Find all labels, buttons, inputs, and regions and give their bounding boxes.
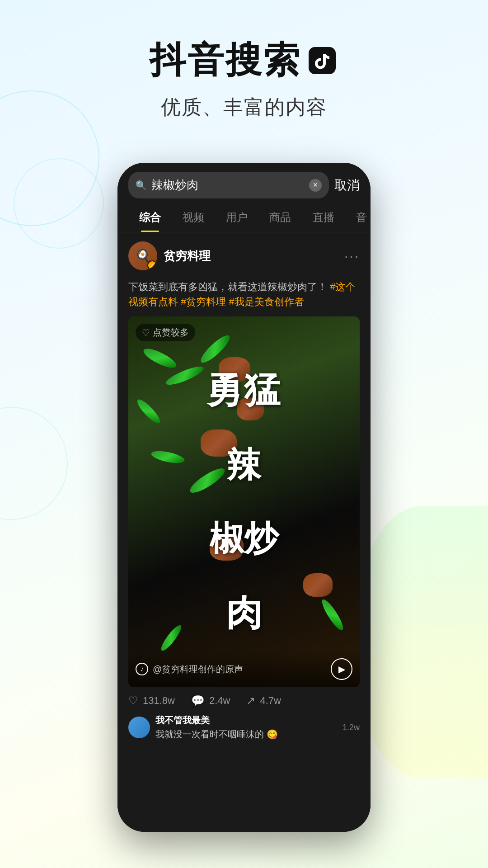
svg-rect-0 <box>309 47 336 74</box>
header-section: 抖音搜索 优质、丰富的内容 <box>0 0 488 139</box>
comment-stat-icon: 💬 <box>191 694 205 707</box>
tab-用户[interactable]: 用户 <box>215 203 258 232</box>
subtitle-text: 优质、丰富的内容 <box>0 94 488 121</box>
shares-count: 4.7w <box>260 695 281 707</box>
cancel-search-button[interactable]: 取消 <box>334 177 360 194</box>
play-button[interactable]: ▶ <box>331 658 352 680</box>
bg-decoration-3 <box>0 407 68 520</box>
comment-text: 我就没一次看时不咽唾沫的 😋 <box>155 728 337 741</box>
likes-badge: ♡ 点赞较多 <box>136 324 195 341</box>
search-query-text: 辣椒炒肉 <box>151 177 305 193</box>
heart-icon: ♡ <box>142 327 150 338</box>
comment-likes: 1.2w <box>343 723 360 732</box>
video-bottom-bar: ♪ @贫穷料理创作的原声 ▶ <box>128 651 360 687</box>
post-header: 🍳 ✓ 贫穷料理 ··· <box>117 232 371 279</box>
heart-stat-icon: ♡ <box>128 694 138 707</box>
phone-screen: 🔍 辣椒炒肉 × 取消 综合 视频 用户 商品 直播 音 <box>117 163 371 832</box>
tab-综合[interactable]: 综合 <box>128 203 172 232</box>
content-area: 🍳 ✓ 贫穷料理 ··· 下饭菜到底有多凶猛，就看这道辣椒炒肉了！ #这个视频有… <box>117 232 371 832</box>
search-input-container[interactable]: 🔍 辣椒炒肉 × <box>128 172 329 198</box>
comments-count: 2.4w <box>209 695 230 707</box>
comment-avatar <box>128 717 150 738</box>
likes-stat[interactable]: ♡ 131.8w <box>128 694 175 707</box>
bg-decoration-2 <box>14 158 104 249</box>
tab-商品[interactable]: 商品 <box>258 203 302 232</box>
tab-视频[interactable]: 视频 <box>172 203 215 232</box>
username-text[interactable]: 贫穷料理 <box>164 248 338 264</box>
user-avatar[interactable]: 🍳 ✓ <box>128 241 157 270</box>
share-stat-icon: ↗ <box>246 694 255 707</box>
likes-badge-text: 点赞较多 <box>153 326 189 339</box>
stats-bar: ♡ 131.8w 💬 2.4w ↗ 4.7w <box>117 687 371 714</box>
likes-count: 131.8w <box>143 695 175 707</box>
tiktok-logo-icon <box>306 44 338 77</box>
verified-badge: ✓ <box>147 260 157 270</box>
search-bar: 🔍 辣椒炒肉 × 取消 <box>117 163 371 203</box>
search-icon: 🔍 <box>136 180 147 191</box>
tabs-container: 综合 视频 用户 商品 直播 音 <box>117 203 371 232</box>
tab-音乐[interactable]: 音 <box>345 203 371 232</box>
comment-preview: 我不管我最美 我就没一次看时不咽唾沫的 😋 1.2w <box>117 714 371 745</box>
comment-author: 我不管我最美 <box>155 714 337 726</box>
clear-search-button[interactable]: × <box>309 179 322 192</box>
post-main-text: 下饭菜到底有多凶猛，就看这道辣椒炒肉了！ <box>128 281 327 292</box>
comment-content: 我不管我最美 我就没一次看时不咽唾沫的 😋 <box>155 714 337 741</box>
video-title-text: 勇猛 辣 椒炒 肉 <box>128 335 360 669</box>
shares-stat[interactable]: ↗ 4.7w <box>246 694 281 707</box>
phone-frame: 🔍 辣椒炒肉 × 取消 综合 视频 用户 商品 直播 音 <box>117 163 371 832</box>
more-options-button[interactable]: ··· <box>344 248 360 264</box>
comments-stat[interactable]: 💬 2.4w <box>191 694 230 707</box>
phone-mockup: 🔍 辣椒炒肉 × 取消 综合 视频 用户 商品 直播 音 <box>117 163 371 841</box>
bg-decoration-4 <box>352 506 488 778</box>
tab-直播[interactable]: 直播 <box>302 203 345 232</box>
video-thumbnail[interactable]: 勇猛 辣 椒炒 肉 ♡ 点赞较多 ♪ @贫穷料理创作的原声 ▶ <box>128 316 360 687</box>
main-title-text: 抖音搜索 <box>150 36 301 85</box>
video-source-text: @贫穷料理创作的原声 <box>153 663 326 675</box>
main-title-container: 抖音搜索 <box>0 36 488 85</box>
tiktok-note-icon: ♪ <box>136 663 148 675</box>
post-description: 下饭菜到底有多凶猛，就看这道辣椒炒肉了！ #这个视频有点料 #贫穷料理 #我是美… <box>117 279 371 316</box>
